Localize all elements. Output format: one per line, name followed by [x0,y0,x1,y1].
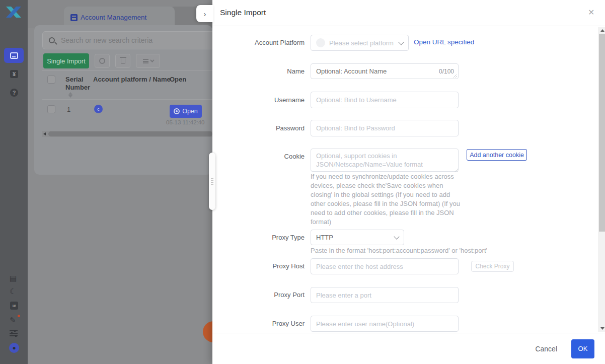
column-header-serial: Serial Number [65,76,97,92]
proxy-format-hint: Paste in the format 'host:port:account:p… [311,247,487,254]
more-actions-dropdown[interactable] [136,54,160,68]
row-checkbox[interactable] [47,105,55,113]
chevron-down-icon [394,234,399,239]
resize-handle-icon[interactable] [453,74,457,78]
list-icon [143,59,148,63]
column-header-open: Open [170,76,186,84]
open-url-link[interactable]: Open URL specified [414,38,474,46]
open-browser-button[interactable]: Open [170,105,202,118]
sort-icon[interactable] [68,92,72,98]
chevron-right-icon: › [204,10,206,18]
sidebar-item-accounts[interactable] [4,48,24,63]
chevron-down-icon [398,39,404,45]
modal-header: Single Import ✕ [212,0,605,26]
app-logo-icon [5,4,22,20]
single-import-button[interactable]: Single Import [43,53,89,68]
account-card-icon [10,52,18,59]
refresh-button[interactable] [95,54,110,68]
proxy-type-select[interactable]: HTTP [311,230,404,245]
dark-mode-icon[interactable]: ☾ [10,287,16,295]
proxy-user-input[interactable] [311,316,459,332]
modal-title: Single Import [220,8,266,17]
proxy-port-label: Proxy Port [219,291,305,299]
notification-dot [18,315,20,317]
table-header-bottom-border [42,99,212,100]
feedback-pen-icon[interactable]: ✎ [10,316,16,324]
tab-bar: Account Management [28,0,212,28]
cell-serial: 1 [67,106,70,113]
cookie-label: Cookie [219,153,305,160]
account-platform-label: Account Platform [219,39,305,46]
name-counter: 0/100 [439,68,454,75]
password-label: Password [219,124,305,132]
scroll-up-arrow-icon[interactable] [600,29,604,32]
close-icon[interactable]: ✕ [588,8,594,17]
open-button-label: Open [182,108,198,115]
cancel-button[interactable]: Cancel [535,345,557,353]
password-input[interactable] [311,120,459,136]
proxy-host-label: Proxy Host [219,262,305,270]
column-header-platform: Account platform / Name [93,76,171,84]
search-icon [49,37,55,43]
account-list-panel: Search or new search criteria Single Imp… [34,25,212,175]
check-proxy-button[interactable]: Check Proxy [471,261,514,272]
horizontal-scroll-thumb[interactable] [48,131,212,136]
search-placeholder: Search or new search criteria [61,36,153,44]
name-input[interactable] [316,67,439,75]
collapse-panel-button[interactable]: › [196,5,213,22]
ok-button[interactable]: OK [571,339,594,358]
platform-select-placeholder: Please select platform [329,39,395,47]
select-all-checkbox[interactable] [47,76,55,84]
platform-avatar-placeholder [316,38,325,47]
scroll-down-arrow-icon[interactable] [600,327,604,330]
proxy-user-label: Proxy User [219,320,305,327]
search-bar[interactable]: Search or new search criteria [42,31,221,49]
horizontal-scrollbar[interactable] [42,131,212,137]
proxy-port-input[interactable] [311,287,459,303]
platform-badge: c [94,105,103,113]
modal-footer: Cancel OK [212,333,605,364]
platform-select[interactable]: Please select platform [311,35,409,51]
scroll-left-arrow-icon[interactable] [43,132,46,135]
sidebar: ¥ ? ▤ ☾ i# ✎ ● [0,0,28,364]
logs-icon[interactable]: ▤ [10,274,17,282]
refresh-icon [99,58,105,64]
cookie-textarea[interactable] [311,149,459,172]
language-icon[interactable]: i# [10,302,18,310]
resize-grip-handle[interactable] [209,153,215,210]
username-label: Username [219,96,305,104]
resize-handle-icon[interactable] [455,169,458,172]
table-header-top-border [42,70,212,71]
billing-icon[interactable]: ¥ [10,70,18,78]
single-import-modal: Single Import ✕ Account Platform Please … [212,0,605,364]
browser-icon [174,108,180,114]
user-avatar[interactable]: ● [9,343,19,353]
last-open-timestamp: 05-13 11:42:40 [166,119,205,125]
settings-sliders-icon[interactable] [10,330,18,336]
scroll-thumb[interactable] [599,34,605,232]
proxy-type-value: HTTP [316,234,391,241]
tab-label: Account Management [81,14,146,21]
cookie-help-text: If you need to synchronize/update cookie… [311,172,462,227]
name-label: Name [219,67,305,75]
trash-icon [121,58,125,64]
proxy-host-input[interactable] [311,258,459,274]
name-field-wrap: 0/100 [311,63,459,79]
delete-button[interactable] [115,54,130,68]
proxy-type-label: Proxy Type [219,234,305,241]
add-cookie-button[interactable]: Add another cookie [467,149,527,161]
modal-body: Account Platform Please select platform … [212,26,605,333]
account-tab-icon [70,14,78,21]
username-input[interactable] [311,92,459,108]
chevron-down-icon [150,58,154,62]
help-icon[interactable]: ? [10,89,18,97]
modal-scrollbar[interactable] [598,27,605,332]
